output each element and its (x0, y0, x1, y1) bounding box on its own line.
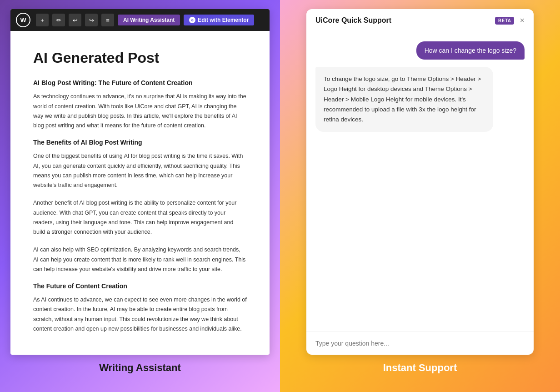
elementor-icon: e (189, 17, 195, 23)
right-panel: UiCore Quick Support BETA × How can I ch… (280, 0, 560, 392)
edit-elementor-label: Edit with Elementor (198, 17, 249, 23)
post-paragraph-4: AI can also help with SEO optimization. … (33, 245, 247, 274)
bot-message: To change the logo size, go to Theme Opt… (315, 67, 493, 132)
close-button[interactable]: × (520, 16, 525, 25)
edit-button[interactable]: ✏ (52, 14, 65, 26)
section-heading-1: The Benefits of AI Blog Post Writing (33, 139, 247, 146)
editor-content: AI Generated Post AI Blog Post Writing: … (10, 31, 270, 355)
right-panel-label: Instant Support (383, 359, 457, 374)
editor-toolbar: W + ✏ ↩ ↪ ≡ AI Writing Assistant e Edit … (10, 9, 270, 31)
add-block-button[interactable]: + (36, 14, 49, 26)
left-panel: W + ✏ ↩ ↪ ≡ AI Writing Assistant e Edit … (0, 0, 280, 392)
section-heading-2: The Future of Content Creation (33, 282, 247, 290)
wp-logo-icon: W (16, 13, 30, 27)
left-panel-label: Writing Assistant (99, 359, 181, 374)
chat-input[interactable] (315, 340, 525, 347)
edit-elementor-button[interactable]: e Edit with Elementor (184, 15, 254, 25)
chat-window: UiCore Quick Support BETA × How can I ch… (306, 9, 534, 355)
editor-frame: W + ✏ ↩ ↪ ≡ AI Writing Assistant e Edit … (10, 9, 270, 355)
chat-input-area[interactable] (306, 332, 534, 355)
chat-messages: How can I change the logo size? To chang… (306, 32, 534, 332)
user-message: How can I change the logo size? (416, 41, 525, 60)
undo-button[interactable]: ↩ (69, 14, 81, 26)
menu-button[interactable]: ≡ (101, 14, 114, 26)
post-paragraph-3: Another benefit of AI blog post writing … (33, 198, 247, 237)
post-paragraph-2: One of the biggest benefits of using AI … (33, 151, 247, 190)
redo-button[interactable]: ↪ (85, 14, 98, 26)
post-paragraph-5: As AI continues to advance, we can expec… (33, 295, 247, 334)
post-subtitle: AI Blog Post Writing: The Future of Cont… (33, 79, 247, 86)
post-title: AI Generated Post (33, 49, 247, 66)
post-paragraph-1: As technology continues to advance, it's… (33, 92, 247, 131)
chat-title: UiCore Quick Support (315, 16, 491, 25)
beta-badge: BETA (495, 17, 514, 25)
ai-writing-button[interactable]: AI Writing Assistant (118, 15, 180, 25)
chat-header: UiCore Quick Support BETA × (306, 9, 534, 32)
